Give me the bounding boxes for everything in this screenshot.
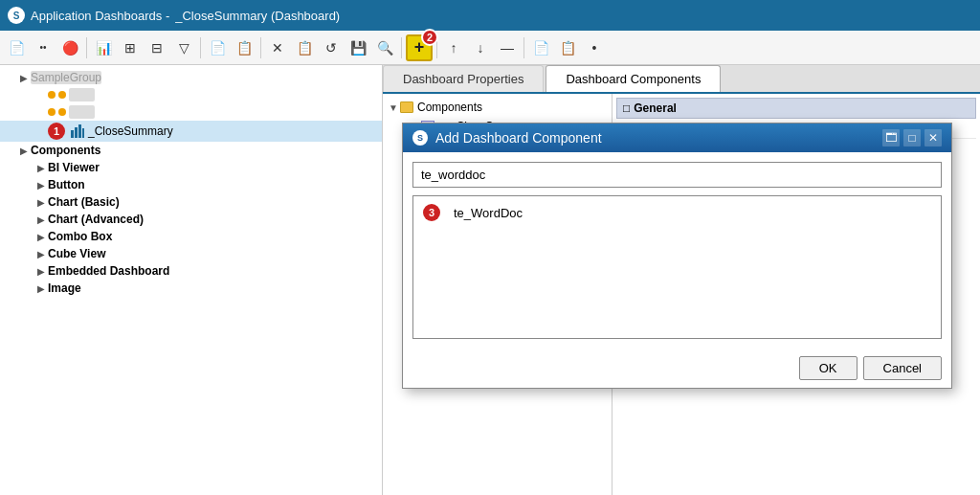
prop-group-general: □ General [616, 98, 976, 119]
tab-dashboard-components[interactable]: Dashboard Components [546, 65, 721, 92]
tree-arrow-empty [34, 88, 48, 101]
tree-label-button: Button [48, 178, 85, 191]
toolbar-save-btn[interactable]: 🔴 [57, 35, 82, 60]
tree-arrow-cube: ▶ [34, 247, 48, 260]
tree-arrow-components: ▶ [17, 144, 31, 157]
tree-item-chart-basic[interactable]: ▶ Chart (Basic) [0, 193, 382, 211]
tree-label-samplegroup: SampleGroup [31, 71, 101, 84]
tree-label-bi-viewer: BI Viewer [48, 161, 100, 174]
tree-item-embedded-dashboard[interactable]: ▶ Embedded Dashboard [0, 262, 382, 280]
tree-label-blurred-2 [69, 105, 95, 119]
comp-tree-arrow-components: ▼ [389, 102, 400, 113]
toolbar-copy-btn[interactable]: 📄 [205, 35, 230, 60]
tree-item-cube-view[interactable]: ▶ Cube View [0, 245, 382, 262]
toolbar-undo-btn[interactable]: ↺ [319, 35, 344, 60]
toolbar: 📄 •• 🔴 📊 ⊞ ⊟ ▽ 📄 📋 ✕ 📋 ↺ 💾 🔍 + 2 ↑ ↓ — 📄… [0, 31, 980, 65]
toolbar-delete-btn[interactable]: ✕ [265, 35, 290, 60]
toolbar-layout-btn[interactable]: ⊟ [145, 35, 169, 60]
modal-close-btn[interactable]: ✕ [924, 129, 942, 146]
toolbar-new-btn[interactable]: 📄 [4, 35, 29, 60]
toolbar-down-btn[interactable]: ↓ [468, 35, 493, 60]
comp-tree-components-header[interactable]: ▼ Components [383, 98, 612, 117]
modal-search-input[interactable] [412, 162, 942, 188]
tree-arrow-embedded: ▶ [34, 264, 48, 278]
folder-icon [400, 101, 413, 113]
tree-item-components-header[interactable]: ▶ Components [0, 142, 382, 159]
badge-1: 1 [48, 123, 65, 140]
tree-arrow-chart-adv: ▶ [34, 213, 48, 226]
toolbar-grid-btn[interactable]: ⊞ [118, 35, 143, 60]
dashboard-name: _CloseSummary (Dashboard) [175, 9, 340, 23]
modal-header: S Add Dashboard Component 🗔 □ ✕ [403, 124, 951, 152]
toolbar-add-btn[interactable]: + 2 [406, 34, 433, 61]
badge-3: 3 [423, 204, 440, 221]
tree-item-bi-viewer[interactable]: ▶ BI Viewer [0, 159, 382, 176]
tree-item-chart-advanced[interactable]: ▶ Chart (Advanced) [0, 211, 382, 228]
tree-label-chart-basic: Chart (Basic) [48, 195, 120, 209]
toolbar-sep-2 [200, 37, 201, 58]
toolbar-paste-btn[interactable]: 📋 [232, 35, 256, 60]
svg-rect-1 [75, 127, 78, 138]
toolbar-export-btn[interactable]: 📄 [528, 35, 553, 60]
comp-tree-label-components: Components [417, 101, 482, 114]
dot-orange-3 [48, 108, 56, 116]
modal-cancel-btn[interactable]: Cancel [863, 356, 942, 380]
toolbar-edit-btn[interactable]: 📋 [292, 35, 317, 60]
tree-label-closesummary: _CloseSummary [88, 124, 173, 138]
tree-arrow-image: ▶ [34, 281, 48, 295]
toolbar-redo-btn[interactable]: 💾 [345, 35, 370, 60]
toolbar-sep-3 [260, 37, 261, 58]
tree-item-image[interactable]: ▶ Image [0, 280, 382, 297]
prop-group-expand-icon: □ [623, 101, 630, 115]
svg-rect-0 [71, 130, 74, 138]
right-panel: Dashboard Properties Dashboard Component… [383, 65, 980, 495]
toolbar-filter-btn[interactable]: ▽ [171, 35, 196, 60]
tree-item-blurred-2[interactable] [0, 103, 382, 121]
main-layout: ▶ SampleGroup 1 [0, 65, 980, 495]
app-logo: S [8, 7, 25, 24]
modal-body: 3 te_WordDoc [403, 152, 951, 349]
toolbar-sep-4 [401, 37, 402, 58]
tree-item-combo-box[interactable]: ▶ Combo Box [0, 228, 382, 245]
modal-ok-btn[interactable]: OK [799, 356, 858, 380]
dot-orange-4 [58, 108, 66, 116]
tree-item-closesummary[interactable]: 1 _CloseSummary [0, 121, 382, 142]
tree-label-blurred-1 [69, 88, 95, 101]
add-dashboard-component-dialog: S Add Dashboard Component 🗔 □ ✕ 3 te_Wor… [402, 123, 952, 389]
toolbar-open-btn[interactable]: •• [31, 35, 56, 60]
svg-rect-2 [78, 124, 81, 138]
tree-label-chart-advanced: Chart (Advanced) [48, 213, 144, 226]
toolbar-minus-btn[interactable]: — [495, 35, 520, 60]
tree-label-combo-box: Combo Box [48, 230, 112, 243]
toolbar-import-btn[interactable]: 📋 [555, 35, 580, 60]
modal-footer: OK Cancel [403, 349, 951, 388]
tree-item-blurred-1[interactable] [0, 86, 382, 103]
toolbar-more-btn[interactable]: • [582, 35, 607, 60]
tree-label-components: Components [31, 144, 100, 157]
toolbar-up-btn[interactable]: ↑ [441, 35, 466, 60]
tree-item-button[interactable]: ▶ Button [0, 176, 382, 193]
tab-bar: Dashboard Properties Dashboard Component… [383, 65, 980, 94]
tree-arrow-empty-3 [34, 124, 48, 138]
modal-results-list: 3 te_WordDoc [412, 195, 942, 339]
modal-restore-btn[interactable]: □ [903, 129, 921, 146]
chart-icon [71, 124, 84, 138]
tree-arrow-empty-2 [34, 105, 48, 119]
toolbar-sep-1 [86, 37, 87, 58]
svg-rect-3 [82, 128, 84, 138]
tab-dashboard-properties[interactable]: Dashboard Properties [383, 65, 544, 92]
toolbar-chart-btn[interactable]: 📊 [91, 35, 116, 60]
modal-logo: S [412, 130, 428, 146]
tree-arrow-chart-basic: ▶ [34, 195, 48, 209]
toolbar-search-btn[interactable]: 🔍 [372, 35, 397, 60]
tree-label-cube-view: Cube View [48, 247, 105, 260]
modal-minimize-btn[interactable]: 🗔 [882, 129, 900, 146]
add-badge: 2 [421, 29, 438, 46]
tree-item-samplegroup[interactable]: ▶ SampleGroup [0, 69, 382, 86]
toolbar-sep-6 [523, 37, 524, 58]
tree-arrow-combo: ▶ [34, 230, 48, 243]
modal-list-item-label: te_WordDoc [454, 206, 523, 220]
tree-label-embedded-dashboard: Embedded Dashboard [48, 264, 169, 278]
modal-list-item-te-worddoc[interactable]: 3 te_WordDoc [417, 200, 937, 225]
tree-label-image: Image [48, 281, 81, 295]
